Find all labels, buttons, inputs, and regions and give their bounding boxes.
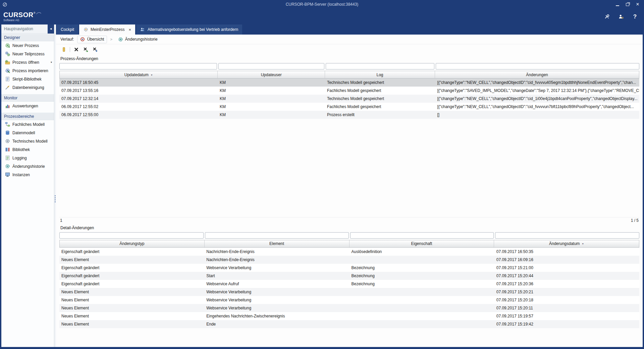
table-row[interactable]: Neues ElementEnde07.09.2017 15:19:42: [59, 320, 639, 328]
filter-input-eigenschaft[interactable]: [350, 232, 494, 239]
delete-filter-button[interactable]: [82, 46, 89, 53]
sidebar-item-datenmodell[interactable]: Datenmodell: [1, 129, 54, 137]
table-row[interactable]: Eigenschaft geändertStartBezeichnung07.0…: [59, 272, 639, 280]
table-cell: 06.09.2017 12:55:02: [59, 103, 218, 111]
filter-input-updateuser[interactable]: [218, 63, 324, 69]
table-row[interactable]: Neues ElementWebservice Verarbeitung07.0…: [59, 296, 639, 304]
table-row[interactable]: 07.09.2017 13:55:16KMFachliches Modell g…: [59, 87, 639, 95]
sidebar-item-instanzen[interactable]: Instanzen: [1, 170, 54, 179]
sidebar-item-neuer-teilprozess[interactable]: Neuer Teilprozess: [1, 50, 54, 58]
table-row[interactable]: 06.09.2017 12:55:02KMFachliches Modell g…: [59, 103, 639, 111]
breadcrumb-label: Verlauf:: [60, 37, 74, 42]
sidebar-item-auswertungen[interactable]: Auswertungen: [1, 102, 54, 110]
maximize-button[interactable]: [623, 1, 633, 8]
tab-label: Alternativangebotserstellung bei Vertrie…: [148, 27, 238, 32]
column-header-updateuser[interactable]: Updateuser: [218, 71, 325, 78]
filter-input-log[interactable]: [326, 63, 435, 69]
table-cell: Eigenschaft geändert: [59, 272, 204, 280]
column-header-label: Änderungsdatum: [549, 241, 580, 246]
sidebar-item-fachliches-modell[interactable]: Fachliches Modell: [1, 120, 54, 129]
filter-input-aenderungsdatum[interactable]: [495, 232, 639, 239]
chevron-down-icon[interactable]: ▾: [51, 61, 52, 64]
process-tab-icon: [83, 27, 88, 32]
table-cell: Neues Element: [59, 304, 204, 312]
column-header-aenderungsdatum[interactable]: Änderungsdatum▼: [494, 240, 639, 247]
column-header-updatedatum[interactable]: Updatedatum▼: [60, 71, 218, 78]
breadcrumb-item-label: Übersicht: [87, 37, 104, 42]
table-row[interactable]: Eigenschaft geändertWebservice AufrufBez…: [59, 280, 639, 288]
sidebar-item-datenbereinigung[interactable]: Datenbereinigung: [1, 83, 54, 92]
tab-alternativangebotserstellung-bei-vertrieb-anfordern[interactable]: Alternativangebotserstellung bei Vertrie…: [136, 24, 242, 35]
filter-input-element[interactable]: [205, 232, 348, 239]
breadcrumb-item-uebersicht[interactable]: Übersicht: [77, 36, 107, 43]
sidebar-item-label: Skript-Bibliothek: [12, 77, 42, 82]
table-cell: KM: [218, 79, 325, 87]
table-cell: Nachrichten-Ende-Ereignis: [204, 248, 349, 256]
breadcrumb-item-aenderungshistorie[interactable]: Änderungshistorie: [115, 36, 160, 43]
data-cleanup-icon: [5, 85, 10, 90]
minimize-button[interactable]: [612, 1, 623, 8]
tab-close-icon[interactable]: ×: [128, 27, 131, 32]
history-icon: [118, 37, 123, 42]
delete-all-filters-button[interactable]: [92, 46, 98, 53]
sidebar-nav: DesignerNeuer ProzessNeuer TeilprozessPr…: [1, 34, 54, 347]
table-cell: KM: [218, 111, 325, 119]
delete-button[interactable]: [73, 46, 79, 53]
table-row[interactable]: Neues ElementEingehendes Nachrichten-Zwi…: [59, 312, 639, 320]
sidebar-item-neuer-prozess[interactable]: Neuer Prozess: [1, 41, 54, 50]
table-row[interactable]: Eigenschaft geändertNachrichten-Ende-Ere…: [59, 248, 639, 256]
column-header-aenderungstyp[interactable]: Änderungstyp: [60, 240, 205, 247]
table-cell: Start: [204, 272, 349, 280]
window-controls: ×: [612, 1, 643, 8]
process-open-icon: [5, 60, 10, 65]
help-button[interactable]: ?: [631, 13, 639, 20]
sidebar-item-label: Neuer Prozess: [12, 43, 39, 48]
sidebar-item-skript-bibliothek[interactable]: Skript-Bibliothek: [1, 75, 54, 83]
tab-cockpit[interactable]: Cockpit: [57, 24, 78, 35]
sidebar-item-logging[interactable]: Logging: [1, 154, 54, 162]
column-header-aenderungen[interactable]: Änderungen: [435, 71, 639, 78]
tab-meinersterprozess[interactable]: MeinErsterProzess×: [79, 24, 135, 35]
column-header-element[interactable]: Element: [205, 240, 350, 247]
table-row[interactable]: Eigenschaft geändertWebservice Verarbeit…: [59, 264, 639, 272]
sidebar-collapse-button[interactable]: ◀: [48, 24, 54, 34]
sidebar-header: Hauptnavigation ◀: [1, 24, 54, 34]
column-header-eigenschaft[interactable]: Eigenschaft: [350, 240, 494, 247]
user-settings-button[interactable]: [617, 13, 625, 20]
filter-input-updatedatum[interactable]: [59, 63, 217, 69]
table-cell: []: [435, 111, 639, 119]
column-header-label: Updatedatum: [124, 72, 149, 77]
splitter-grip-icon: [55, 195, 56, 202]
close-button[interactable]: ×: [633, 1, 643, 8]
sidebar-item-technisches-modell[interactable]: Technisches Modell: [1, 137, 54, 145]
filter-input-aenderungen[interactable]: [436, 63, 639, 69]
close-icon: ×: [636, 2, 639, 7]
table-row[interactable]: 07.09.2017 12:32:14KMTechnisches Modell …: [59, 95, 639, 103]
sidebar-item-label: Auswertungen: [12, 104, 38, 108]
table-row[interactable]: 06.09.2017 12:55:00KMProzess erstellt[]: [59, 111, 639, 119]
detail-changes-title: Detail-Änderungen: [56, 224, 643, 231]
toolbar: [56, 44, 643, 55]
app-window: CURSOR-BPM-Server (localhost:38443) × CU…: [0, 0, 644, 349]
process-changes-rows: 07.09.2017 16:50:45KMTechnisches Modell …: [59, 79, 639, 119]
column-header-label: Element: [269, 241, 284, 246]
sidebar-item-aenderungshistorie[interactable]: Änderungshistorie: [1, 162, 54, 170]
filter-input-aenderungstyp[interactable]: [59, 232, 204, 239]
table-cell: 07.09.2017 15:20:11: [494, 304, 639, 312]
tools-button[interactable]: [603, 13, 610, 20]
table-row[interactable]: 07.09.2017 16:50:45KMTechnisches Modell …: [59, 79, 639, 87]
table-cell: Neues Element: [59, 288, 204, 296]
sidebar-item-label: Prozess öffnen: [12, 60, 39, 65]
column-header-label: Änderungstyp: [119, 241, 144, 246]
table-row[interactable]: Neues ElementWebservice Verarbeitung07.0…: [59, 288, 639, 296]
sidebar-item-prozess-importieren[interactable]: Prozess importieren: [1, 66, 54, 75]
sidebar-item-bibliothek[interactable]: Bibliothek: [1, 145, 54, 154]
table-row[interactable]: Neues ElementWebservice Verarbeitung07.0…: [59, 304, 639, 312]
notes-button[interactable]: [60, 46, 67, 53]
sidebar-item-prozess-oeffnen[interactable]: Prozess öffnen▾: [1, 58, 54, 66]
table-cell: Eigenschaft geändert: [59, 264, 204, 272]
sidebar-splitter[interactable]: [54, 24, 56, 347]
column-header-log[interactable]: Log: [325, 71, 435, 78]
table-row[interactable]: Neues ElementNachrichten-Ende-Ereignis07…: [59, 256, 639, 264]
header-tools: ?: [603, 13, 639, 20]
